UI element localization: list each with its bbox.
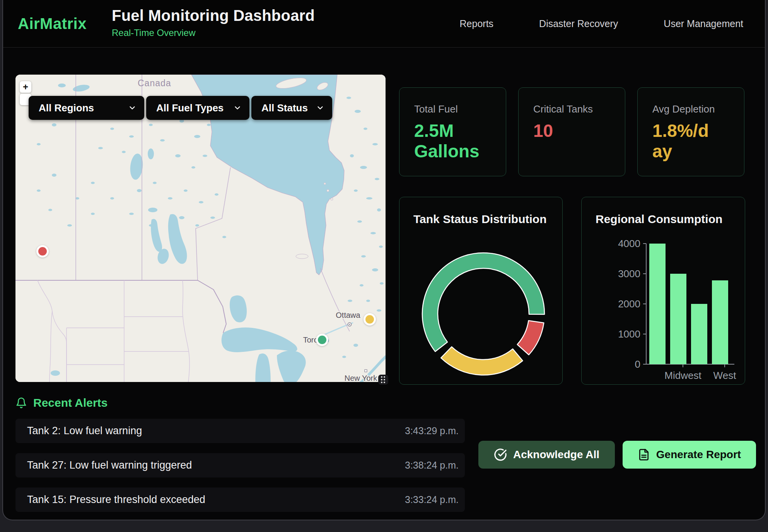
bar-chart-xlabel: West [713,370,737,381]
bar-2 [691,304,707,364]
alert-time: 3:43:29 p.m. [405,425,459,437]
chevron-down-icon [128,104,137,112]
recent-alerts-title: Recent Alerts [33,396,108,409]
bar-chart-ytick: 0 [635,358,640,370]
fuel-map[interactable]: Canada Ottawa Toronto New York + All Reg… [15,75,386,382]
region-filter-label: All Regions [39,102,94,114]
top-nav: Reports Disaster Recovery User Managemen… [460,0,743,48]
alert-message: Tank 2: Low fuel warning [27,425,142,437]
tank-marker-warning[interactable] [364,313,376,326]
alert-row[interactable]: Tank 15: Pressure threshold exceeded 3:3… [15,488,465,512]
check-circle-icon [494,448,507,461]
chevron-down-icon [316,104,324,112]
nav-user-management[interactable]: User Management [664,18,743,29]
bar-1 [670,274,686,364]
document-icon [638,448,650,461]
brand-logo: AirMatrix [18,0,87,48]
alert-message: Tank 27: Low fuel warning triggered [27,459,192,471]
stats-row: Total Fuel 2.5M Gallons Critical Tanks 1… [399,87,744,176]
stat-label: Avg Depletion [652,103,729,115]
bar-3 [712,280,728,364]
app-window: AirMatrix Fuel Monitoring Dashboard Real… [2,0,766,520]
map-resize-handle-icon[interactable] [378,375,388,385]
bell-icon [15,397,27,409]
stat-label: Critical Tanks [533,103,610,115]
page-subtitle: Real-Time Overview [112,27,315,38]
bar-chart-ytick: 4000 [618,238,640,249]
map-label-ottawa: Ottawa [336,311,360,319]
generate-report-label: Generate Report [656,448,741,461]
donut-segment-warning [441,347,522,375]
stat-value: 10 [533,121,610,141]
stat-card-critical-tanks: Critical Tanks 10 [518,87,625,176]
map-ottawa-town-icon-dot [349,324,350,325]
regional-consumption-chart-card: Regional Consumption 01000200030004000Mi… [581,197,745,385]
alert-time: 3:38:24 p.m. [405,460,459,471]
bar-chart-ytick: 3000 [618,268,640,280]
alert-row[interactable]: Tank 27: Low fuel warning triggered 3:38… [15,453,465,477]
map-zoom-in-button[interactable]: + [20,81,31,93]
tank-status-chart-card: Tank Status Distribution [399,197,563,385]
page-title: Fuel Monitoring Dashboard [112,7,315,24]
status-filter-dropdown[interactable]: All Status [251,96,332,120]
stat-value: 1.8%/day [652,121,710,162]
alert-time: 3:33:24 p.m. [405,494,459,505]
map-filters: All Regions All Fuel Types All Status [29,96,332,120]
donut-segment-critical [517,321,544,355]
map-new-york-town-icon [365,370,367,372]
status-filter-label: All Status [261,102,308,114]
alert-message: Tank 15: Pressure threshold exceeded [27,494,205,506]
fuel-type-filter-dropdown[interactable]: All Fuel Types [146,96,249,120]
alert-row[interactable]: Tank 2: Low fuel warning 3:43:29 p.m. [15,419,465,443]
bar-chart-title: Regional Consumption [596,213,722,226]
map-zoom-in-label: + [23,82,28,92]
nav-disaster-recovery[interactable]: Disaster Recovery [539,18,618,29]
map-canvas: Canada Ottawa Toronto New York [15,75,386,382]
bar-chart-ytick: 2000 [618,298,640,310]
header: AirMatrix Fuel Monitoring Dashboard Real… [3,0,765,48]
recent-alerts-header: Recent Alerts [15,396,108,409]
bar-0 [649,244,666,364]
map-label-new-york: New York [345,374,377,382]
chevron-down-icon [233,104,242,112]
stat-label: Total Fuel [414,103,491,115]
region-filter-dropdown[interactable]: All Regions [29,96,144,120]
fuel-type-filter-label: All Fuel Types [156,102,224,114]
map-label-canada: Canada [138,78,171,88]
acknowledge-all-label: Acknowledge All [513,448,599,461]
stat-value: 2.5M Gallons [414,121,480,162]
donut-chart-title: Tank Status Distribution [413,213,546,226]
tank-marker-normal[interactable] [316,334,328,346]
bar-chart-xlabel: Midwest [664,370,701,381]
stat-card-avg-depletion: Avg Depletion 1.8%/day [637,87,744,176]
bar-chart-ytick: 1000 [618,328,640,340]
tank-marker-critical[interactable] [36,245,49,257]
acknowledge-all-button[interactable]: Acknowledge All [478,441,615,469]
stat-card-total-fuel: Total Fuel 2.5M Gallons [399,87,506,176]
generate-report-button[interactable]: Generate Report [623,441,756,469]
dashboard-root: AirMatrix Fuel Monitoring Dashboard Real… [0,0,768,532]
nav-reports[interactable]: Reports [460,18,494,29]
title-block: Fuel Monitoring Dashboard Real-Time Over… [112,7,315,38]
